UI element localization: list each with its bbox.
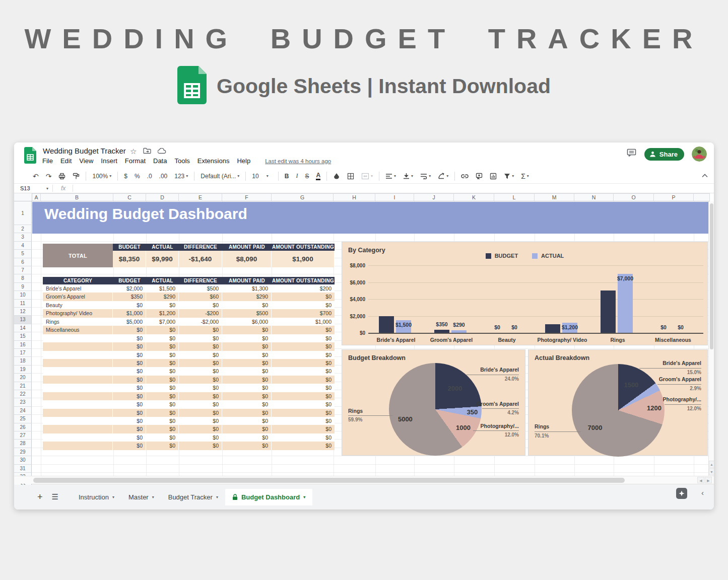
category-name-cell[interactable] — [43, 367, 113, 375]
category-value-cell[interactable]: $290 — [146, 293, 179, 301]
scroll-right-button[interactable]: ▶ — [705, 477, 712, 483]
category-value-cell[interactable]: $0 — [146, 409, 179, 417]
category-name-cell[interactable] — [43, 433, 113, 442]
row-header-28[interactable]: 28 — [14, 440, 32, 448]
category-value-cell[interactable]: $0 — [222, 326, 272, 334]
total-header-cell[interactable]: ACTUAL — [146, 244, 179, 251]
redo-icon[interactable]: ↷ — [42, 172, 55, 180]
sheet-tab-menu-icon[interactable]: ▾ — [216, 495, 218, 499]
category-value-cell[interactable]: $6,000 — [222, 318, 272, 326]
category-value-cell[interactable]: $0 — [146, 384, 179, 392]
category-value-cell[interactable]: $0 — [222, 301, 272, 309]
comment-history-icon[interactable] — [627, 149, 637, 160]
cloud-status-icon[interactable] — [158, 147, 166, 156]
category-value-cell[interactable]: $0 — [146, 433, 179, 442]
column-header-J[interactable]: J — [414, 193, 454, 201]
category-value-cell[interactable]: $0 — [179, 384, 222, 392]
category-value-cell[interactable]: $0 — [146, 442, 179, 450]
horizontal-scrollbar[interactable]: ◀ ▶ — [14, 476, 714, 484]
column-header-B[interactable]: B — [41, 193, 113, 201]
category-value-cell[interactable]: -$200 — [179, 309, 222, 317]
category-value-cell[interactable]: $0 — [272, 351, 335, 359]
total-value-cell[interactable]: -$1,640 — [179, 251, 222, 267]
category-value-cell[interactable]: $500 — [222, 309, 272, 317]
column-header-H[interactable]: H — [334, 193, 375, 201]
category-value-cell[interactable]: $500 — [179, 284, 222, 293]
category-name-cell[interactable] — [43, 376, 113, 384]
font-size-select[interactable]: 10 ▾ — [248, 173, 275, 180]
insert-link-icon[interactable] — [457, 173, 472, 179]
row-header-3[interactable]: 3 — [14, 233, 32, 241]
category-value-cell[interactable]: $0 — [179, 409, 222, 417]
category-value-cell[interactable]: $0 — [272, 409, 335, 417]
text-color-button[interactable]: A — [312, 172, 324, 180]
row-header-25[interactable]: 25 — [14, 415, 32, 423]
column-header-D[interactable]: D — [146, 193, 179, 201]
category-value-cell[interactable]: $0 — [222, 376, 272, 384]
account-avatar[interactable] — [692, 147, 707, 162]
category-value-cell[interactable]: -$2,000 — [179, 318, 222, 326]
menu-view[interactable]: View — [79, 157, 93, 165]
print-icon[interactable] — [55, 173, 69, 180]
total-value-cell[interactable]: $9,990 — [146, 251, 179, 267]
column-header-I[interactable]: I — [375, 193, 414, 201]
percent-format-button[interactable]: % — [131, 173, 144, 180]
currency-format-button[interactable]: $ — [120, 173, 131, 180]
category-value-cell[interactable]: $0 — [272, 301, 335, 309]
row-header-17[interactable]: 17 — [14, 349, 32, 357]
category-value-cell[interactable]: $0 — [113, 351, 146, 359]
row-header-31[interactable]: 31 — [14, 465, 32, 473]
category-value-cell[interactable]: $0 — [146, 359, 179, 367]
row-header-20[interactable]: 20 — [14, 374, 32, 382]
row-header-27[interactable]: 27 — [14, 431, 32, 440]
menu-edit[interactable]: Edit — [60, 157, 72, 165]
row-header-16[interactable]: 16 — [14, 341, 32, 349]
row-header-15[interactable]: 15 — [14, 332, 32, 340]
category-header-cell[interactable]: AMOUNT PAID — [222, 277, 272, 284]
number-format-button[interactable]: 123▾ — [171, 173, 191, 180]
row-header-11[interactable]: 11 — [14, 300, 32, 308]
category-value-cell[interactable]: $0 — [272, 442, 335, 450]
row-header-4[interactable]: 4 — [14, 242, 32, 250]
category-value-cell[interactable]: $0 — [113, 417, 146, 425]
category-value-cell[interactable]: $0 — [222, 351, 272, 359]
category-value-cell[interactable]: $0 — [179, 442, 222, 450]
category-value-cell[interactable]: $0 — [146, 326, 179, 334]
category-value-cell[interactable]: $0 — [146, 351, 179, 359]
category-value-cell[interactable]: $0 — [146, 301, 179, 309]
row-header-12[interactable]: 12 — [14, 308, 32, 316]
category-value-cell[interactable]: $0 — [179, 326, 222, 334]
category-value-cell[interactable]: $0 — [113, 409, 146, 417]
category-value-cell[interactable]: $200 — [272, 284, 335, 293]
category-value-cell[interactable]: $0 — [113, 392, 146, 400]
name-box[interactable]: S13▾ — [14, 185, 52, 191]
grid-canvas[interactable]: 1234567891011121314151617181920212223242… — [14, 201, 710, 485]
paint-format-icon[interactable] — [69, 173, 83, 180]
select-all-corner[interactable] — [14, 193, 32, 201]
row-header-26[interactable]: 26 — [14, 423, 32, 431]
insert-chart-icon[interactable] — [486, 173, 500, 180]
increase-decimals-button[interactable]: .00 — [156, 173, 171, 180]
category-name-cell[interactable] — [43, 442, 113, 450]
row-header-29[interactable]: 29 — [14, 448, 32, 456]
sheet-tab-budget-tracker[interactable]: Budget Tracker▾ — [161, 489, 225, 505]
actual-pie-panel[interactable]: Actual Breakdown 1500Bride's Apparel15.0… — [528, 349, 708, 456]
column-header-C[interactable]: C — [113, 193, 146, 201]
category-value-cell[interactable]: $0 — [113, 442, 146, 450]
category-value-cell[interactable]: $0 — [113, 326, 146, 334]
scroll-up-button[interactable]: ▲ — [709, 461, 714, 468]
vertical-scrollbar[interactable]: ▲ ▼ — [708, 201, 714, 476]
vertical-align-icon[interactable]: ▾ — [400, 173, 417, 179]
category-name-cell[interactable] — [43, 417, 113, 425]
category-value-cell[interactable]: $0 — [179, 417, 222, 425]
category-header-cell[interactable]: CATEGORY — [43, 277, 113, 284]
category-name-cell[interactable] — [43, 384, 113, 392]
category-value-cell[interactable]: $1,000 — [113, 309, 146, 317]
sheet-tab-menu-icon[interactable]: ▾ — [303, 495, 305, 499]
category-name-cell[interactable]: Beauty — [43, 301, 113, 309]
category-header-cell[interactable]: DIFFERENCE — [179, 277, 222, 284]
category-value-cell[interactable]: $1,200 — [146, 309, 179, 317]
category-value-cell[interactable]: $0 — [272, 359, 335, 367]
category-value-cell[interactable]: $0 — [272, 392, 335, 400]
category-value-cell[interactable]: $0 — [222, 433, 272, 442]
